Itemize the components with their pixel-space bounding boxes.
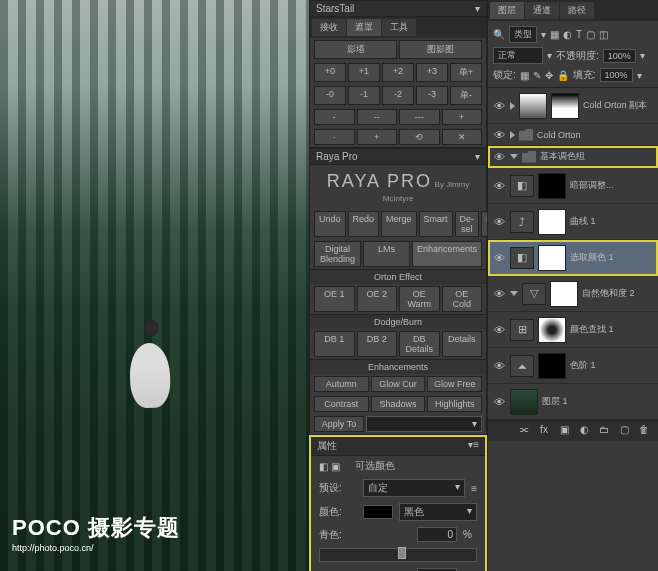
- trash-icon[interactable]: 🗑: [636, 424, 652, 438]
- shadows-button[interactable]: Shadows: [371, 396, 426, 412]
- visibility-icon[interactable]: 👁: [492, 396, 506, 408]
- dbdetails-button[interactable]: DB Details: [399, 331, 440, 357]
- lock-paint-icon[interactable]: ✎: [533, 70, 541, 81]
- filter-shape-icon[interactable]: ▢: [586, 29, 595, 40]
- highlights-button[interactable]: Highlights: [427, 396, 482, 412]
- st-btn[interactable]: +0: [314, 63, 346, 82]
- smart-button[interactable]: Smart: [419, 211, 453, 237]
- st-btn[interactable]: 影塔: [314, 40, 397, 59]
- group-icon[interactable]: 🗀: [596, 424, 612, 438]
- layer-item[interactable]: 👁Cold Orton: [488, 124, 658, 146]
- st-btn[interactable]: +: [442, 109, 483, 125]
- st-btn[interactable]: +3: [416, 63, 448, 82]
- glowcur-button[interactable]: Glow Cur: [371, 376, 426, 392]
- fill-value[interactable]: 100%: [600, 68, 633, 82]
- st-btn[interactable]: ---: [399, 109, 440, 125]
- desel-button[interactable]: De-sel: [455, 211, 480, 237]
- st-btn[interactable]: -: [314, 109, 355, 125]
- redo-button[interactable]: Redo: [348, 211, 380, 237]
- expand-icon[interactable]: [510, 131, 515, 139]
- layer-item[interactable]: 👁Cold Orton 副本: [488, 88, 658, 124]
- adjustment-icon[interactable]: ◐: [576, 424, 592, 438]
- st-btn[interactable]: ⟲: [399, 129, 440, 145]
- lock-pos-icon[interactable]: ✥: [545, 70, 553, 81]
- oecold-button[interactable]: OE Cold: [442, 286, 483, 312]
- layer-item[interactable]: 👁⏶色阶 1: [488, 348, 658, 384]
- cyan-slider[interactable]: [319, 548, 477, 562]
- filter-smart-icon[interactable]: ◫: [599, 29, 608, 40]
- st-btn[interactable]: 图影图: [399, 40, 482, 59]
- st-btn[interactable]: 单+: [450, 63, 482, 82]
- blend-dropdown[interactable]: 正常: [493, 47, 543, 64]
- visibility-icon[interactable]: 👁: [492, 129, 506, 141]
- visibility-icon[interactable]: 👁: [492, 100, 506, 112]
- oe1-button[interactable]: OE 1: [314, 286, 355, 312]
- enhancements-button[interactable]: Enhancements: [412, 241, 482, 267]
- contrast-button[interactable]: Contrast: [314, 396, 369, 412]
- layer-item[interactable]: 👁▽自然饱和度 2: [488, 276, 658, 312]
- panel-menu-icon[interactable]: ▾: [475, 3, 480, 14]
- layer-item[interactable]: 👁⤴曲线 1: [488, 204, 658, 240]
- filter-adj-icon[interactable]: ◐: [563, 29, 572, 40]
- link-icon[interactable]: ⫘: [516, 424, 532, 438]
- tab-mask[interactable]: 遮罩: [347, 19, 381, 36]
- kind-dropdown[interactable]: 类型: [509, 26, 537, 43]
- preset-dropdown[interactable]: 自定▾: [363, 479, 465, 497]
- cyan-value[interactable]: 0: [417, 527, 457, 542]
- filter-pixel-icon[interactable]: ▦: [550, 29, 559, 40]
- layer-item-selected[interactable]: 👁◧选取颜色 1: [488, 240, 658, 276]
- tab-channels[interactable]: 通道: [525, 2, 559, 19]
- opacity-value[interactable]: 100%: [603, 49, 636, 63]
- oewarm-button[interactable]: OE Warm: [399, 286, 440, 312]
- layer-item[interactable]: 👁图层 1: [488, 384, 658, 420]
- lock-all-icon[interactable]: 🔒: [557, 70, 569, 81]
- filter-type-icon[interactable]: T: [576, 29, 582, 40]
- color-dropdown[interactable]: 黑色▾: [399, 503, 477, 521]
- fx-icon[interactable]: fx: [536, 424, 552, 438]
- preset-menu-icon[interactable]: ≡: [471, 483, 477, 494]
- tab-paths[interactable]: 路径: [560, 2, 594, 19]
- visibility-icon[interactable]: 👁: [492, 288, 506, 300]
- st-btn[interactable]: -0: [314, 86, 346, 105]
- st-btn[interactable]: ·: [314, 129, 355, 145]
- filter-icon[interactable]: 🔍: [493, 29, 505, 40]
- tab-tools[interactable]: 工具: [382, 19, 416, 36]
- panel-menu-icon[interactable]: ▾: [475, 151, 480, 162]
- visibility-icon[interactable]: 👁: [492, 360, 506, 372]
- layer-item[interactable]: 👁⊞颜色查找 1: [488, 312, 658, 348]
- db1-button[interactable]: DB 1: [314, 331, 355, 357]
- st-btn[interactable]: ✕: [442, 129, 483, 145]
- autumn-button[interactable]: Autumn: [314, 376, 369, 392]
- slider-thumb[interactable]: [398, 547, 406, 559]
- details-button[interactable]: Details: [442, 331, 483, 357]
- glowfree-button[interactable]: Glow Free: [427, 376, 482, 392]
- tab-layers[interactable]: 图层: [490, 2, 524, 19]
- tab-receive[interactable]: 接收: [312, 19, 346, 36]
- layer-item[interactable]: 👁基本调色组: [488, 146, 658, 168]
- applyto-dropdown[interactable]: ▾: [366, 416, 482, 432]
- st-btn[interactable]: -1: [348, 86, 380, 105]
- expand-icon[interactable]: [510, 154, 518, 159]
- layer-item[interactable]: 👁◧暗部调整...: [488, 168, 658, 204]
- digital-blending-button[interactable]: Digital Blending: [314, 241, 361, 267]
- oe2-button[interactable]: OE 2: [357, 286, 398, 312]
- mask-icon[interactable]: ▣: [556, 424, 572, 438]
- visibility-icon[interactable]: 👁: [492, 216, 506, 228]
- new-layer-icon[interactable]: ▢: [616, 424, 632, 438]
- st-btn[interactable]: --: [357, 109, 398, 125]
- st-btn[interactable]: -3: [416, 86, 448, 105]
- visibility-icon[interactable]: 👁: [492, 252, 506, 264]
- st-btn[interactable]: +1: [348, 63, 380, 82]
- merge-button[interactable]: Merge: [381, 211, 417, 237]
- st-btn[interactable]: -2: [382, 86, 414, 105]
- db2-button[interactable]: DB 2: [357, 331, 398, 357]
- undo-button[interactable]: Undo: [314, 211, 346, 237]
- expand-icon[interactable]: [510, 102, 515, 110]
- visibility-icon[interactable]: 👁: [492, 151, 506, 163]
- visibility-icon[interactable]: 👁: [492, 324, 506, 336]
- expand-icon[interactable]: [510, 291, 518, 296]
- visibility-icon[interactable]: 👁: [492, 180, 506, 192]
- st-btn[interactable]: +2: [382, 63, 414, 82]
- st-btn[interactable]: 单-: [450, 86, 482, 105]
- lock-trans-icon[interactable]: ▦: [520, 70, 529, 81]
